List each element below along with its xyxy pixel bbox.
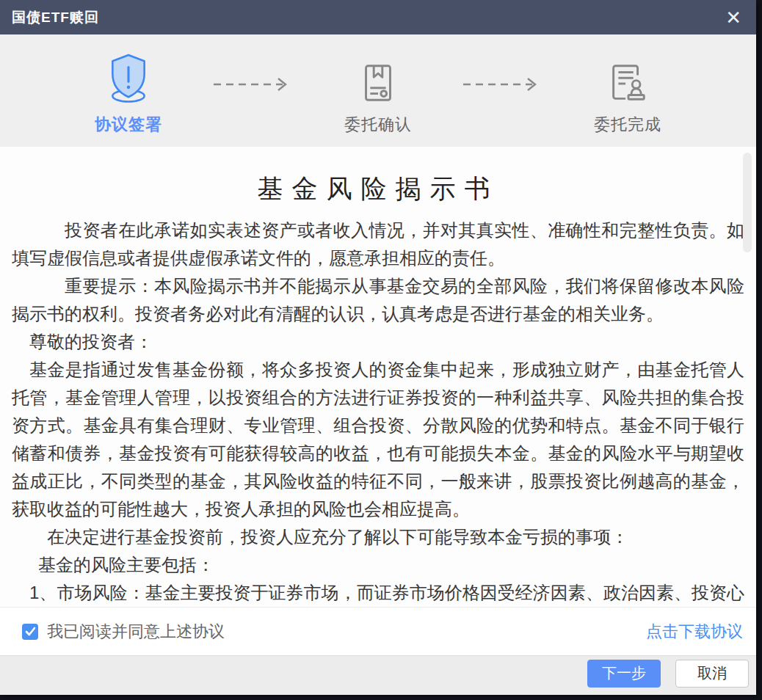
- step-arrow-icon: [448, 75, 558, 94]
- agreement-paragraph: 基金是指通过发售基金份额，将众多投资人的资金集中起来，形成独立财产，由基金托管人…: [12, 356, 744, 523]
- step-arrow-icon: [198, 75, 308, 94]
- dialog-title: 国债ETF赎回: [12, 8, 99, 27]
- step-indicator: 协议签署 委托确认: [0, 34, 756, 147]
- agreement-document[interactable]: 基金风险揭示书 投资者在此承诺如实表述资产或者收入情况，并对其真实性、准确性和完…: [0, 147, 756, 607]
- treasury-etf-redeem-dialog: 国债ETF赎回 ✕ 协议签署: [0, 0, 756, 695]
- step-order-confirm: 委托确认: [308, 46, 448, 136]
- agree-checkbox-label[interactable]: 我已阅读并同意上述协议: [47, 621, 225, 643]
- action-bar: 下一步 取消: [0, 655, 756, 695]
- agreement-paragraph: 1、市场风险：基金主要投资于证券市场，而证券市场价格因受经济因素、政治因素、投资…: [12, 579, 744, 607]
- step-label: 委托完成: [594, 114, 661, 136]
- agreement-paragraph: 在决定进行基金投资前，投资人应充分了解以下可能导致本金亏损的事项：: [12, 523, 744, 551]
- scrollbar-thumb[interactable]: [743, 153, 752, 252]
- agreement-title: 基金风险揭示书: [12, 172, 744, 206]
- agree-bar: 我已阅读并同意上述协议 点击下载协议: [0, 607, 756, 655]
- step-agreement-signing: 协议签署: [59, 46, 198, 136]
- agreement-paragraph: 基金的风险主要包括：: [12, 551, 744, 579]
- step-label: 委托确认: [344, 114, 412, 136]
- step-label: 协议签署: [95, 114, 162, 136]
- next-step-button[interactable]: 下一步: [587, 660, 661, 688]
- agreement-paragraph: 尊敬的投资者：: [12, 328, 744, 356]
- download-agreement-link[interactable]: 点击下载协议: [646, 621, 743, 643]
- agreement-paragraph: 重要提示：本风险揭示书并不能揭示从事基金交易的全部风险，我们将保留修改本风险揭示…: [12, 272, 744, 328]
- shield-exclamation-icon: [104, 46, 153, 106]
- step-order-complete: 委托完成: [558, 46, 697, 136]
- dialog-titlebar: 国债ETF赎回 ✕: [0, 0, 756, 34]
- cancel-button[interactable]: 取消: [675, 660, 749, 688]
- close-icon[interactable]: ✕: [722, 8, 744, 27]
- agreement-paragraph: 投资者在此承诺如实表述资产或者收入情况，并对其真实性、准确性和完整性负责。如填写…: [12, 216, 744, 272]
- order-document-icon: [355, 46, 401, 106]
- agree-checkbox[interactable]: [22, 624, 38, 640]
- stamped-document-icon: [605, 46, 650, 106]
- checkmark-icon: [25, 627, 36, 636]
